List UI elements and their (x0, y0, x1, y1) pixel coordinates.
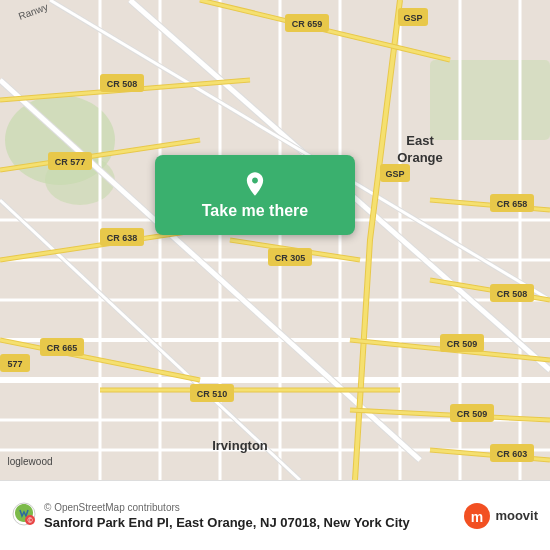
info-bar: © © OpenStreetMap contributors Sanford P… (0, 480, 550, 550)
take-me-there-button[interactable]: Take me there (155, 155, 355, 235)
take-me-there-label: Take me there (202, 202, 308, 220)
svg-text:577: 577 (7, 359, 22, 369)
svg-text:GSP: GSP (403, 13, 422, 23)
svg-text:CR 508: CR 508 (497, 289, 528, 299)
moovit-icon: m (463, 502, 491, 530)
svg-text:CR 658: CR 658 (497, 199, 528, 209)
svg-text:CR 510: CR 510 (197, 389, 228, 399)
svg-rect-3 (430, 60, 550, 140)
svg-text:Orange: Orange (397, 150, 443, 165)
address-line: Sanford Park End Pl, East Orange, NJ 070… (44, 515, 463, 530)
map-svg: CR 659 CR 508 CR 577 CR 638 CR 665 CR 51… (0, 0, 550, 480)
svg-text:CR 638: CR 638 (107, 233, 138, 243)
location-pin-icon (241, 170, 269, 198)
svg-text:CR 509: CR 509 (447, 339, 478, 349)
moovit-brand-text: moovit (495, 508, 538, 523)
info-text: © OpenStreetMap contributors Sanford Par… (44, 502, 463, 530)
moovit-logo: m moovit (463, 502, 538, 530)
svg-text:CR 659: CR 659 (292, 19, 323, 29)
svg-text:Irvington: Irvington (212, 438, 268, 453)
svg-text:GSP: GSP (385, 169, 404, 179)
svg-text:CR 577: CR 577 (55, 157, 86, 167)
svg-text:CR 665: CR 665 (47, 343, 78, 353)
svg-text:loglewood: loglewood (7, 456, 52, 467)
map-container: CR 659 CR 508 CR 577 CR 638 CR 665 CR 51… (0, 0, 550, 480)
svg-text:East: East (406, 133, 434, 148)
osm-logo: © (12, 502, 36, 530)
svg-text:m: m (471, 509, 483, 525)
svg-text:CR 603: CR 603 (497, 449, 528, 459)
svg-text:©: © (27, 517, 33, 524)
svg-text:CR 508: CR 508 (107, 79, 138, 89)
svg-text:CR 509: CR 509 (457, 409, 488, 419)
osm-attribution: © OpenStreetMap contributors (44, 502, 463, 513)
svg-text:CR 305: CR 305 (275, 253, 306, 263)
